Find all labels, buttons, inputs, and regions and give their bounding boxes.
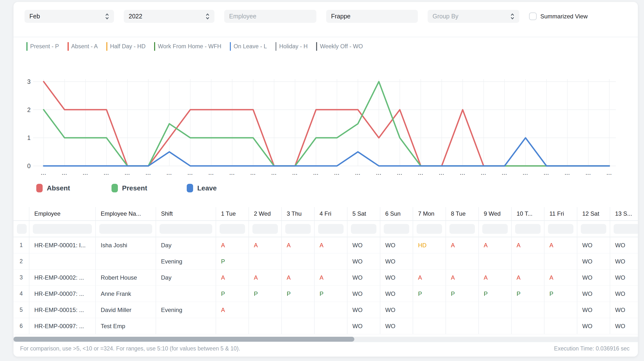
attendance-status-cell[interactable] <box>512 254 544 270</box>
attendance-status-cell[interactable] <box>512 318 544 334</box>
column-header[interactable]: 11 Fri <box>544 207 577 221</box>
attendance-status-cell[interactable] <box>282 318 315 334</box>
column-filter-input[interactable] <box>285 224 311 234</box>
summarized-view-checkbox[interactable] <box>529 12 537 20</box>
attendance-status-cell[interactable]: WO <box>577 286 610 302</box>
text-cell[interactable]: Test Emp <box>96 318 156 334</box>
attendance-status-cell[interactable] <box>249 254 282 270</box>
attendance-status-cell[interactable] <box>413 318 446 334</box>
column-filter-input[interactable] <box>614 224 638 234</box>
text-cell[interactable]: David Miller <box>96 302 156 318</box>
attendance-status-cell[interactable]: WO <box>380 237 413 254</box>
company-input[interactable] <box>326 10 418 23</box>
column-filter-input[interactable] <box>17 224 27 234</box>
attendance-status-cell[interactable]: WO <box>348 254 380 270</box>
attendance-status-cell[interactable]: WO <box>348 270 380 286</box>
attendance-status-cell[interactable]: A <box>216 237 249 254</box>
group-by-select[interactable]: Group By <box>428 10 519 23</box>
attendance-status-cell[interactable]: WO <box>380 254 413 270</box>
column-header[interactable]: 13 S... <box>610 207 638 221</box>
attendance-status-cell[interactable]: WO <box>380 318 413 334</box>
attendance-status-cell[interactable]: P <box>446 286 479 302</box>
attendance-status-cell[interactable]: A <box>446 237 479 254</box>
row-number-cell[interactable]: 6 <box>14 318 30 334</box>
column-header[interactable]: 4 Fri <box>315 207 348 221</box>
text-cell[interactable] <box>156 318 216 334</box>
attendance-status-cell[interactable]: A <box>216 302 249 318</box>
attendance-status-cell[interactable]: A <box>315 237 348 254</box>
attendance-status-cell[interactable]: A <box>479 270 512 286</box>
attendance-status-cell[interactable]: A <box>512 237 544 254</box>
attendance-status-cell[interactable]: A <box>512 270 544 286</box>
column-filter-input[interactable] <box>351 224 376 234</box>
column-filter-input[interactable] <box>416 224 442 234</box>
attendance-status-cell[interactable]: WO <box>577 302 610 318</box>
attendance-status-cell[interactable]: P <box>512 286 544 302</box>
attendance-status-cell[interactable]: WO <box>610 270 638 286</box>
text-cell[interactable]: Day <box>156 270 216 286</box>
column-header[interactable]: 1 Tue <box>216 207 249 221</box>
attendance-status-cell[interactable] <box>446 254 479 270</box>
text-cell[interactable]: HR-EMP-00002: ... <box>30 270 96 286</box>
attendance-status-cell[interactable]: WO <box>610 286 638 302</box>
attendance-status-cell[interactable]: P <box>216 286 249 302</box>
attendance-status-cell[interactable] <box>249 318 282 334</box>
column-filter-input[interactable] <box>581 224 606 234</box>
column-filter-input[interactable] <box>384 224 409 234</box>
column-header[interactable]: 8 Tue <box>446 207 479 221</box>
attendance-status-cell[interactable]: WO <box>380 302 413 318</box>
row-number-cell[interactable]: 3 <box>14 270 30 286</box>
attendance-status-cell[interactable]: WO <box>610 302 638 318</box>
text-cell[interactable]: HR-EMP-00001: I... <box>30 237 96 254</box>
attendance-status-cell[interactable]: WO <box>577 318 610 334</box>
attendance-status-cell[interactable]: A <box>249 237 282 254</box>
text-cell[interactable]: Isha Joshi <box>96 237 156 254</box>
column-filter-input[interactable] <box>252 224 278 234</box>
text-cell[interactable]: Evening <box>156 254 216 270</box>
attendance-status-cell[interactable]: P <box>315 286 348 302</box>
text-cell[interactable]: HR-EMP-00007: ... <box>30 286 96 302</box>
text-cell[interactable]: Robert House <box>96 270 156 286</box>
column-header[interactable]: 7 Mon <box>413 207 446 221</box>
column-filter-input[interactable] <box>318 224 344 234</box>
column-header[interactable]: Employee Na... <box>96 207 156 221</box>
column-filter-input[interactable] <box>482 224 508 234</box>
column-filter-input[interactable] <box>220 224 245 234</box>
attendance-status-cell[interactable]: HD <box>413 237 446 254</box>
attendance-status-cell[interactable]: WO <box>577 237 610 254</box>
attendance-status-cell[interactable] <box>544 254 577 270</box>
table-horizontal-scrollbar[interactable] <box>14 337 638 342</box>
column-header[interactable]: 12 Sat <box>577 207 610 221</box>
row-number-cell[interactable]: 5 <box>14 302 30 318</box>
attendance-status-cell[interactable] <box>446 318 479 334</box>
attendance-status-cell[interactable]: A <box>446 270 479 286</box>
column-header[interactable]: Shift <box>156 207 216 221</box>
attendance-status-cell[interactable] <box>315 318 348 334</box>
attendance-status-cell[interactable]: P <box>249 286 282 302</box>
year-select[interactable]: 2022 <box>124 10 214 23</box>
attendance-status-cell[interactable]: WO <box>577 254 610 270</box>
column-header[interactable]: Employee <box>30 207 96 221</box>
attendance-status-cell[interactable]: WO <box>380 270 413 286</box>
column-filter-input[interactable] <box>450 224 475 234</box>
employee-input[interactable] <box>224 10 316 23</box>
attendance-status-cell[interactable]: WO <box>348 286 380 302</box>
scrollbar-thumb[interactable] <box>14 337 354 342</box>
attendance-status-cell[interactable]: A <box>216 270 249 286</box>
column-header[interactable]: 6 Sun <box>380 207 413 221</box>
column-filter-input[interactable] <box>515 224 540 234</box>
attendance-status-cell[interactable]: WO <box>610 318 638 334</box>
attendance-status-cell[interactable]: A <box>413 270 446 286</box>
attendance-status-cell[interactable] <box>479 302 512 318</box>
attendance-status-cell[interactable] <box>544 318 577 334</box>
attendance-status-cell[interactable] <box>544 302 577 318</box>
attendance-status-cell[interactable] <box>479 318 512 334</box>
column-header[interactable]: 3 Thu <box>282 207 315 221</box>
attendance-status-cell[interactable]: WO <box>348 237 380 254</box>
text-cell[interactable]: HR-EMP-00097: ... <box>30 318 96 334</box>
attendance-status-cell[interactable] <box>479 254 512 270</box>
attendance-status-cell[interactable]: A <box>479 237 512 254</box>
month-select[interactable]: Feb <box>24 10 114 23</box>
attendance-status-cell[interactable]: WO <box>577 270 610 286</box>
text-cell[interactable]: HR-EMP-00015: ... <box>30 302 96 318</box>
